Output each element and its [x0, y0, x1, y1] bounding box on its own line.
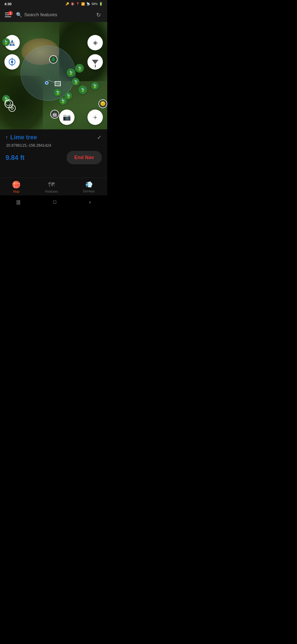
leaf-marker[interactable]: 🍃 [2, 38, 10, 46]
menu-button[interactable]: 1 [4, 10, 14, 20]
nav-item-surveys[interactable]: 💨 Surveys [83, 181, 95, 193]
nav-item-features[interactable]: 🗺 Features [45, 181, 58, 193]
feature-coordinates: 20.8786115,-156.2841424 [6, 143, 102, 148]
key-icon: 🔑 [65, 2, 69, 6]
layers-button[interactable]: ◈ [87, 35, 103, 50]
status-icons: 🔑 🔇 📍 📶 📡 58% 🔋 [65, 2, 103, 6]
top-bar: 1 🔍 Search features ↻ [0, 8, 107, 22]
compass-arrow-icon [9, 40, 15, 46]
search-icon: 🔍 [16, 12, 22, 18]
refresh-icon: ↻ [96, 12, 101, 18]
feature-pin-icon: ↑ [6, 135, 8, 140]
nav-item-map[interactable]: Map [12, 181, 20, 193]
refresh-button[interactable]: ↻ [94, 10, 103, 20]
location-button[interactable] [4, 54, 20, 70]
mute-icon: 🔇 [71, 2, 75, 6]
signal-icon: 📡 [86, 2, 90, 6]
bottom-panel: ↑ Lime tree ✓ 20.8786115,-156.2841424 9.… [0, 129, 107, 178]
bottom-navigation: Map 🗺 Features 💨 Surveys [0, 178, 107, 195]
location-icon [9, 59, 15, 65]
search-bar[interactable]: 🔍 Search features [16, 12, 94, 18]
filter-button[interactable] [87, 54, 103, 70]
features-map-icon: 🗺 [48, 181, 55, 189]
face-marker[interactable]: 😐 [98, 99, 107, 108]
nav-label-map: Map [13, 190, 20, 193]
leaf-marker[interactable]: 🍃 [67, 68, 75, 77]
nav-label-surveys: Surveys [83, 189, 95, 193]
leaf-marker[interactable]: 🍃 [72, 78, 79, 86]
feature-distance-row: 9.84 ft End Nav [6, 151, 102, 164]
map-globe-icon [12, 181, 20, 189]
battery-text: 58% [92, 2, 98, 6]
end-nav-button[interactable]: End Nav [67, 151, 102, 164]
status-bar: 4:30 🔑 🔇 📍 📶 📡 58% 🔋 [0, 0, 107, 8]
leaf-marker[interactable]: 🍃 [75, 64, 84, 73]
location-status-icon: 📍 [76, 2, 80, 6]
search-placeholder: Search features [24, 12, 57, 18]
sys-back-button[interactable]: ‹ [89, 199, 91, 205]
current-position-dot [45, 81, 48, 84]
nav-label-features: Features [45, 190, 58, 193]
target-box [55, 81, 61, 86]
feature-name[interactable]: Lime tree [10, 134, 37, 141]
feature-distance: 9.84 ft [6, 154, 24, 162]
plus-icon: + [93, 113, 97, 122]
leaf-marker[interactable]: 🍃 [59, 97, 67, 105]
system-navigation: ||| □ ‹ [0, 195, 107, 208]
layers-icon: ◈ [93, 39, 98, 46]
feature-title-left: ↑ Lime tree [6, 134, 37, 141]
map-area[interactable]: ◈ 🍃 🍃 🍃 🍃 🍃 🍃 🍃 🍃 🍃 🍃 🌲 😐 🤖 📷 + [0, 22, 107, 129]
battery-icon: 🔋 [99, 2, 103, 6]
hamburger-line-3 [5, 17, 11, 17]
surveys-wind-icon: 💨 [85, 181, 93, 188]
chevron-down-icon[interactable]: ✓ [97, 134, 102, 141]
filter-icon [92, 60, 98, 64]
camera-button[interactable]: 📷 [59, 110, 75, 125]
camera-icon: 📷 [63, 113, 71, 121]
leaf-marker[interactable]: 🍃 [78, 85, 87, 94]
sys-home-button[interactable]: □ [53, 199, 56, 205]
sys-menu-button[interactable]: ||| [16, 199, 20, 205]
status-time: 4:30 [4, 2, 12, 6]
leaf-marker[interactable]: 🍃 [54, 89, 61, 96]
notification-badge: 1 [8, 11, 13, 15]
feature-title-row: ↑ Lime tree ✓ [6, 134, 102, 141]
wifi-icon: 📶 [81, 2, 85, 6]
